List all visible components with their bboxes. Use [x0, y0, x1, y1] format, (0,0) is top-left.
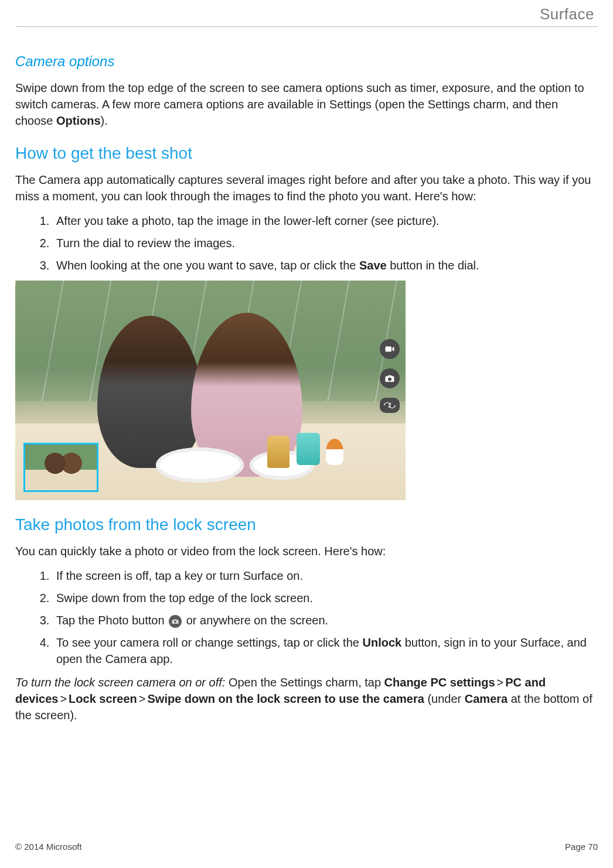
heading-camera-options: Camera options — [15, 52, 598, 71]
text-bold: Swipe down on the lock screen to use the… — [148, 692, 424, 705]
paragraph-best-shot-intro: The Camera app automatically captures se… — [15, 172, 598, 204]
text: button in the dial. — [387, 259, 479, 272]
text-italic-lead: To turn the lock screen camera on or off… — [15, 676, 225, 689]
scene-glass — [297, 433, 320, 465]
text: ). — [101, 114, 108, 127]
document-page: Surface Camera options Swipe down from t… — [0, 0, 613, 868]
camera-app-screenshot — [15, 281, 406, 500]
text-bold: Camera — [465, 692, 508, 705]
paragraph-lock-toggle: To turn the lock screen camera on or off… — [15, 674, 598, 723]
steps-lock-screen: If the screen is off, tap a key or turn … — [15, 568, 598, 667]
list-item: Turn the dial to review the images. — [53, 235, 598, 251]
breadcrumb-separator: > — [497, 676, 504, 689]
text-bold-save: Save — [359, 259, 387, 272]
text: or anywhere on the screen. — [183, 614, 328, 627]
steps-best-shot: After you take a photo, tap the image in… — [15, 213, 598, 274]
heading-lock-screen: Take photos from the lock screen — [15, 513, 598, 536]
list-item: If the screen is off, tap a key or turn … — [53, 568, 598, 584]
footer-page-number: Page 70 — [565, 840, 598, 853]
text-bold: Change PC settings — [384, 676, 495, 689]
scene-eggcup — [326, 439, 343, 465]
page-footer: © 2014 Microsoft Page 70 — [15, 840, 598, 853]
text: To see your camera roll or change settin… — [56, 636, 362, 649]
thumbnail-content — [43, 452, 84, 475]
text: Tap the Photo button — [56, 614, 168, 627]
scene-jar — [267, 436, 290, 468]
text: When looking at the one you want to save… — [56, 259, 359, 272]
brand-logo: Surface — [540, 4, 594, 25]
text: Open the Settings charm, tap — [225, 676, 384, 689]
switch-camera-icon[interactable] — [380, 398, 400, 413]
video-mode-icon[interactable] — [380, 339, 400, 359]
breadcrumb-separator: > — [60, 692, 67, 705]
text: (under — [424, 692, 465, 705]
scene-plate — [156, 447, 244, 483]
list-item: Swipe down from the top edge of the lock… — [53, 590, 598, 606]
paragraph-camera-options: Swipe down from the top edge of the scre… — [15, 80, 598, 129]
photo-mode-icon[interactable] — [380, 368, 400, 388]
list-item: After you take a photo, tap the image in… — [53, 213, 598, 229]
list-item: When looking at the one you want to save… — [53, 257, 598, 274]
camera-icon — [169, 615, 182, 628]
text-bold-options: Options — [56, 114, 101, 127]
heading-best-shot: How to get the best shot — [15, 142, 598, 165]
list-item: Tap the Photo button or anywhere on the … — [53, 612, 598, 628]
paragraph-lock-intro: You can quickly take a photo or video fr… — [15, 543, 598, 559]
text-bold: Lock screen — [69, 692, 137, 705]
text-bold-unlock: Unlock — [362, 636, 401, 649]
page-header: Surface — [15, 3, 598, 27]
list-item: To see your camera roll or change settin… — [53, 634, 598, 667]
breadcrumb-separator: > — [139, 692, 146, 705]
photo-thumbnail[interactable] — [23, 443, 98, 492]
footer-copyright: © 2014 Microsoft — [15, 840, 82, 853]
